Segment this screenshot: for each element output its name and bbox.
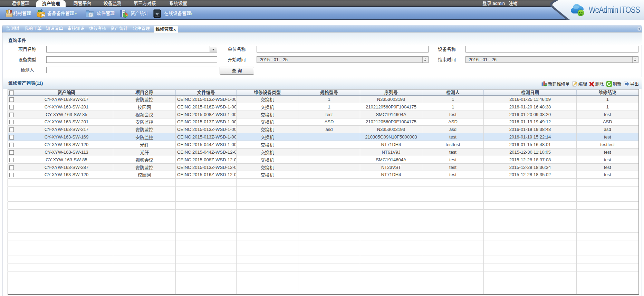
nav-disanfang[interactable]: 第三方对接: [133, 0, 156, 7]
row-6: CY-XYW-163-SW-169安防监控CEINC 2015-013Z-WSD…: [8, 133, 639, 141]
btn-zichantongji[interactable]: 资产统计: [131, 11, 148, 16]
label-xiangmu: 项目名称: [16, 46, 39, 52]
row-4: CY-XYW-163-SW-201安防监控CEINC 2015-013Z-WSD…: [8, 118, 639, 126]
row-3: CY-XYW-163-SW-85视频会议CEINC 2015-008Z-WSD-…: [8, 111, 639, 118]
row-1: CY-XYW-163-SW-217安防监控CEINC 2015-013Z-WSD…: [8, 96, 639, 103]
row-9: CY-XYW-163-SW-85视频会议CEINC 2015-008Z-WSD-…: [8, 156, 639, 163]
icon-zichantongji: [119, 9, 128, 18]
tab-ruanjianguanli[interactable]: 软件管理: [132, 25, 150, 32]
icon-ruanjian: [85, 9, 94, 18]
input-shebeimingcheng[interactable]: [465, 46, 638, 52]
btn-new[interactable]: 新建维修单: [541, 81, 570, 87]
label-danwei: 单位名称: [225, 46, 248, 52]
row-7: CY-XYW-163-SW-120光纤CEINC 2015-044Z-WSD-1…: [8, 141, 639, 149]
row-5: CY-XYW-163-SW-217安防监控CEINC 2015-013Z-WSD…: [8, 126, 639, 133]
btn-edit[interactable]: 编辑: [572, 81, 587, 87]
icon-beipin: [36, 9, 46, 18]
label-shebeimingcheng: 设备名称: [435, 46, 458, 52]
tab-close[interactable]: x: [174, 26, 176, 33]
label-kaishishijian: 开始时间: [225, 56, 248, 63]
grid-header-row: 资产编码项目名称文件编号维修设备类型规格型号序列号检测人检测日期维修结论: [8, 89, 639, 96]
input-xiangmu[interactable]: [46, 46, 217, 52]
btn-haocai[interactable]: 耗材管理: [13, 11, 31, 16]
grid-table: 资产编码项目名称文件编号维修设备类型规格型号序列号检测人检测日期维修结论 CY-…: [8, 89, 639, 295]
btn-ruanjian[interactable]: 软件管理: [97, 11, 115, 16]
tab-jixiaokaohe[interactable]: 绩效考核: [89, 25, 107, 32]
btn-beipin[interactable]: 备品备件管理: [47, 11, 74, 16]
nav-xitong[interactable]: 系统设置: [169, 0, 188, 7]
tab-weixiu-active[interactable]: 维修管理x: [154, 26, 179, 33]
label-shebeileixing: 设备类型: [16, 56, 39, 63]
row-11: CY-XYW-163-SW-120校园网CEINC 2015-016Z-WSD-…: [8, 171, 639, 179]
tab-jianceshu[interactable]: 监测树: [6, 25, 19, 32]
query-section-header: 查询条件: [3, 33, 642, 45]
login-info: 登录:admin 注销: [482, 0, 518, 7]
btn-export[interactable]: 导出: [624, 81, 639, 87]
nav-yunwei[interactable]: 运维管理: [11, 0, 30, 7]
input-danwei[interactable]: [257, 46, 429, 52]
btn-refresh[interactable]: 刷新: [606, 81, 622, 87]
nav-wangguan[interactable]: 网管平台: [73, 0, 92, 7]
input-kaishishijian[interactable]: 2015 - 01 - 25: [257, 56, 429, 63]
input-jieshushijian[interactable]: 2016 - 01 - 26: [465, 56, 638, 63]
nav-zichan-active[interactable]: 资产管理: [36, 0, 66, 7]
label-jieshushijian: 结束时间: [435, 56, 458, 63]
tab-strip: 监测树 我的工单 知识清单 审核知识 绩效考核 资产统计 软件管理 维修管理x: [2, 25, 642, 33]
tab-zichantongji[interactable]: 资产统计: [110, 25, 128, 32]
row-8: CY-XYW-163-SW-113光纤CEINC 2015-044Z-WSD-1…: [8, 148, 639, 156]
input-jianceren[interactable]: [46, 67, 217, 73]
tab-zhishiqingdan[interactable]: 知识清单: [46, 25, 64, 32]
logo-cloud: [570, 3, 586, 17]
input-shebeileixing[interactable]: [46, 56, 217, 63]
row-10: CY-XYW-163-SW-287安防监控CEINC 2015-013Z-WSD…: [8, 163, 639, 171]
nav-shebei[interactable]: 设备监测: [103, 0, 122, 7]
btn-zaixian[interactable]: 在线设备管理: [164, 11, 191, 16]
icon-haocai: [5, 9, 14, 18]
content-panel: 监测树 我的工单 知识清单 审核知识 绩效考核 资产统计 软件管理 维修管理x …: [2, 25, 642, 296]
gear-icon: [637, 27, 642, 31]
list-header: 维修资产列表(11) 新建维修单 编辑 删除 刷新 导出: [3, 77, 642, 89]
icon-zaixian: [153, 9, 162, 18]
header-checkbox[interactable]: [9, 90, 14, 95]
tab-shenhezhishi[interactable]: 审核知识: [67, 25, 85, 32]
label-jianceren: 检测人: [16, 67, 39, 73]
logo-area: WeAdmin ITOSS WeAdmin ITOSS: [532, 0, 644, 20]
row-2: CY-XYW-163-SW-201校园网CEINC 2015-016Z-WSD-…: [8, 103, 639, 111]
tab-wodegongdan[interactable]: 我的工单: [24, 25, 42, 32]
btn-query[interactable]: 查 询: [220, 67, 254, 75]
page: 运维管理 网管平台 设备监测 第三方对接 系统设置 登录:admin 注销 资产…: [0, 0, 644, 296]
btn-delete[interactable]: 删除: [589, 81, 604, 87]
